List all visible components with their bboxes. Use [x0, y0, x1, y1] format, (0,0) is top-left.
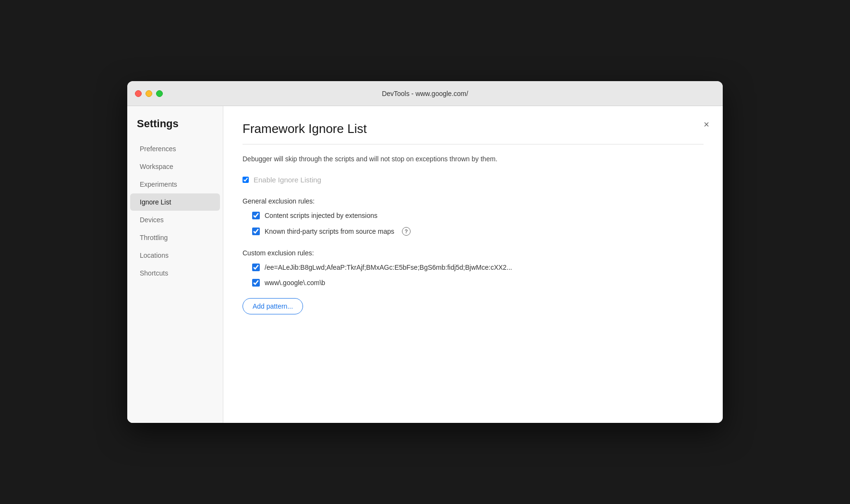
sidebar: Settings Preferences Workspace Experimen… [127, 106, 223, 423]
sidebar-item-devices[interactable]: Devices [130, 211, 220, 228]
enable-ignore-listing-label: Enable Ignore Listing [254, 176, 321, 184]
title-divider [243, 144, 704, 144]
page-title: Framework Ignore List [243, 121, 704, 136]
titlebar-title: DevTools - www.google.com/ [382, 90, 468, 97]
sidebar-item-locations[interactable]: Locations [130, 247, 220, 264]
content-scripts-checkbox[interactable] [252, 212, 260, 219]
custom-rules-list: /ee=ALeJib:B8gLwd;AfeaP:TkrAjf;BMxAGc:E5… [243, 264, 704, 287]
general-exclusion-label: General exclusion rules: [243, 197, 704, 205]
sidebar-item-preferences[interactable]: Preferences [130, 140, 220, 157]
main-panel: × Framework Ignore List Debugger will sk… [223, 106, 723, 423]
titlebar: DevTools - www.google.com/ [127, 81, 723, 106]
enable-ignore-listing-row: Enable Ignore Listing [243, 176, 704, 184]
enable-ignore-listing-checkbox[interactable] [243, 177, 249, 183]
general-rule-2-row: Known third-party scripts from source ma… [252, 227, 704, 236]
sidebar-item-shortcuts[interactable]: Shortcuts [130, 264, 220, 282]
custom-rule-1-row: /ee=ALeJib:B8gLwd;AfeaP:TkrAjf;BMxAGc:E5… [252, 264, 704, 271]
general-rule-1-row: Content scripts injected by extensions [252, 212, 704, 219]
content-scripts-label: Content scripts injected by extensions [265, 212, 377, 219]
custom-rule-2-checkbox[interactable] [252, 279, 260, 287]
custom-rule-2-row: www\.google\.com\b [252, 279, 704, 287]
sidebar-heading: Settings [127, 118, 223, 140]
sidebar-item-experiments[interactable]: Experiments [130, 176, 220, 193]
custom-rule-2-label: www\.google\.com\b [265, 279, 325, 287]
traffic-lights [135, 90, 163, 97]
custom-rule-1-label: /ee=ALeJib:B8gLwd;AfeaP:TkrAjf;BMxAGc:E5… [265, 264, 512, 271]
sidebar-item-ignore-list[interactable]: Ignore List [130, 193, 220, 211]
add-pattern-button[interactable]: Add pattern... [243, 298, 303, 314]
devtools-window: DevTools - www.google.com/ Settings Pref… [127, 81, 723, 423]
sidebar-item-workspace[interactable]: Workspace [130, 158, 220, 175]
third-party-scripts-checkbox[interactable] [252, 228, 260, 235]
close-traffic-light[interactable] [135, 90, 142, 97]
content-area: Settings Preferences Workspace Experimen… [127, 106, 723, 423]
info-icon[interactable]: ? [402, 227, 411, 236]
third-party-scripts-label: Known third-party scripts from source ma… [265, 228, 394, 235]
general-rules-list: Content scripts injected by extensions K… [243, 212, 704, 236]
custom-exclusion-label: Custom exclusion rules: [243, 249, 704, 257]
minimize-traffic-light[interactable] [146, 90, 152, 97]
general-exclusion-section: General exclusion rules: Content scripts… [243, 197, 704, 236]
maximize-traffic-light[interactable] [156, 90, 163, 97]
description-text: Debugger will skip through the scripts a… [243, 154, 704, 164]
custom-exclusion-section: Custom exclusion rules: /ee=ALeJib:B8gLw… [243, 249, 704, 314]
custom-rule-1-checkbox[interactable] [252, 264, 260, 271]
sidebar-item-throttling[interactable]: Throttling [130, 229, 220, 246]
close-button[interactable]: × [702, 118, 711, 131]
